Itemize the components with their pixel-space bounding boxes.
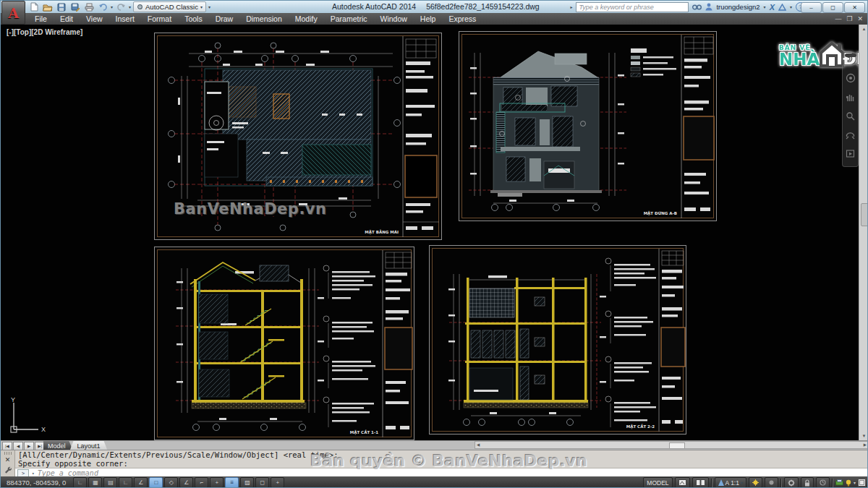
open-file-icon[interactable] (42, 2, 54, 12)
command-window-grip[interactable]: ✕ (1, 450, 15, 479)
wrench-icon[interactable] (4, 466, 12, 474)
menu-format[interactable]: Format (141, 14, 178, 23)
doc-restore-icon[interactable]: ❐ (846, 15, 852, 22)
quick-view-drawings-icon[interactable] (692, 477, 709, 488)
snap-mode-toggle[interactable]: ▦ (88, 477, 102, 488)
toolbar-lock-icon[interactable] (801, 477, 814, 488)
minimize-button[interactable]: – (801, 2, 822, 13)
tab-last-icon[interactable]: ▶| (35, 442, 45, 450)
menu-view[interactable]: View (80, 14, 109, 23)
dynamic-input-toggle[interactable]: + (210, 477, 224, 488)
isolate-objects-icon[interactable] (816, 477, 830, 488)
tab-next-icon[interactable]: ▶ (24, 442, 34, 450)
user-dropdown-icon[interactable]: ▾ (764, 4, 766, 9)
annotation-visibility-icon[interactable] (749, 477, 762, 488)
autocad-window: A ▾ ▾ AutoCAD Classic ▾ ▾ (0, 0, 868, 488)
qat-customize-icon[interactable]: ▾ (208, 4, 210, 9)
3d-object-snap-toggle[interactable]: ◇ (164, 477, 178, 488)
autodesk360-icon[interactable]: X (770, 3, 775, 12)
undo-icon[interactable] (97, 2, 109, 12)
tab-first-icon[interactable]: |◀ (2, 442, 12, 450)
search-binoculars-icon[interactable] (692, 4, 702, 11)
horizontal-scroll-thumb[interactable] (669, 442, 685, 449)
close-button[interactable]: ✕ (844, 2, 865, 13)
polar-tracking-toggle[interactable]: ∠ (134, 477, 148, 488)
orbit-icon[interactable] (846, 130, 855, 140)
clean-screen-icon[interactable] (858, 479, 866, 487)
command-window: ✕ [All/Center/Dynamic/Extents/Previous/S… (1, 450, 867, 477)
menu-modify[interactable]: Modify (289, 14, 324, 23)
object-snap-tracking-toggle[interactable]: ∠ (179, 477, 193, 488)
ortho-mode-toggle[interactable]: ∟ (119, 477, 132, 488)
selection-cycling-toggle[interactable]: + (271, 477, 284, 488)
sheet-section-2: MẶT CẮT 2-2 (429, 245, 686, 435)
recent-commands-icon[interactable]: ▾ (32, 471, 35, 476)
new-file-icon[interactable] (28, 2, 40, 12)
grid-display-toggle[interactable]: ▤ (103, 477, 117, 488)
menu-parametric[interactable]: Parametric (324, 14, 374, 23)
workspace-switcher[interactable]: AutoCAD Classic ▾ (133, 1, 206, 12)
grip-dots-icon (4, 452, 12, 455)
undo-dropdown-icon[interactable]: ▾ (111, 4, 113, 9)
plot-icon[interactable] (83, 2, 95, 12)
window-title: Autodesk AutoCAD 2014 56f8ed2fee782_1459… (332, 2, 540, 11)
tray-dropdown-icon[interactable]: ▾ (854, 480, 856, 485)
search-expand-icon[interactable]: ▸ (570, 4, 572, 9)
zoom-icon[interactable] (846, 111, 855, 121)
sheet-section-1: MẶT CẮT 1-1 (154, 247, 414, 440)
menu-express[interactable]: Express (442, 14, 482, 23)
save-as-icon[interactable] (69, 2, 81, 12)
redo-dropdown-icon[interactable]: ▾ (129, 4, 131, 9)
object-snap-toggle[interactable]: □ (149, 477, 163, 488)
menu-dimension[interactable]: Dimension (239, 14, 289, 23)
workspace-gear-icon[interactable] (784, 477, 799, 488)
restore-button[interactable]: ◻ (822, 2, 843, 13)
exchange-dropdown-icon[interactable]: ▾ (790, 4, 792, 9)
scroll-right-icon[interactable]: ▶ (864, 442, 867, 447)
gear-icon (137, 4, 143, 10)
horizontal-scrollbar[interactable]: ◀ ▶ (475, 441, 868, 449)
autoscale-icon[interactable] (765, 477, 778, 488)
menu-insert[interactable]: Insert (109, 14, 141, 23)
quick-view-layouts-icon[interactable] (675, 477, 690, 488)
sheet1-label: MẶT BẰNG MÁI (365, 229, 399, 235)
transparency-toggle[interactable]: ▨ (240, 477, 254, 488)
navbar-handle[interactable] (845, 53, 856, 57)
pan-hand-icon[interactable] (846, 93, 855, 102)
tray-plotter-icon[interactable] (835, 479, 843, 487)
menu-file[interactable]: File (28, 14, 54, 23)
vertical-scrollbar[interactable]: ▲ ▼ (859, 25, 868, 440)
doc-minimize-icon[interactable]: — (835, 15, 841, 22)
infer-constraints-toggle[interactable]: ∟ (73, 477, 87, 488)
steering-wheel-icon[interactable] (846, 73, 856, 83)
showmotion-icon[interactable] (846, 149, 855, 158)
dynamic-ucs-toggle[interactable]: ⌐ (195, 477, 208, 488)
exchange-apps-icon[interactable] (778, 4, 786, 11)
menu-window[interactable]: Window (373, 14, 413, 23)
tab-prev-icon[interactable]: ◀ (13, 442, 23, 450)
drawing-canvas[interactable]: [-][Top][2D Wireframe] MẶT BẰNG MÁI (1, 25, 859, 440)
menu-help[interactable]: Help (414, 14, 443, 23)
search-input[interactable]: Type a keyword or phrase (576, 2, 689, 12)
redo-icon[interactable] (115, 2, 127, 12)
doc-close-icon[interactable]: ✕ (857, 15, 863, 22)
signed-in-username[interactable]: truongdesign2 (716, 3, 760, 11)
workspace-dropdown-icon: ▾ (200, 4, 203, 9)
lineweight-toggle[interactable]: ≡ (225, 477, 239, 488)
model-space-button[interactable]: MODEL (643, 477, 672, 488)
menu-draw[interactable]: Draw (209, 14, 240, 23)
save-icon[interactable] (56, 2, 67, 12)
application-menu-button[interactable]: A (1, 1, 25, 25)
vertical-scroll-thumb[interactable] (861, 203, 868, 226)
copyright-watermark: Bản quyền © BanVeNhaDep.vn (310, 452, 587, 470)
menu-edit[interactable]: Edit (54, 14, 80, 23)
scroll-down-icon[interactable]: ▼ (859, 432, 868, 440)
viewport-controls[interactable]: [-][Top][2D Wireframe] (7, 28, 82, 36)
scroll-left-icon[interactable]: ◀ (477, 442, 480, 447)
scroll-up-icon[interactable]: ▲ (859, 25, 868, 33)
quick-properties-toggle[interactable]: ◻ (255, 477, 269, 488)
menu-tools[interactable]: Tools (178, 14, 209, 23)
annotation-scale-button[interactable]: A 1:1▾ (715, 477, 746, 488)
tray-lightbulb-icon[interactable] (846, 479, 851, 487)
command-close-icon[interactable]: ✕ (5, 457, 11, 463)
